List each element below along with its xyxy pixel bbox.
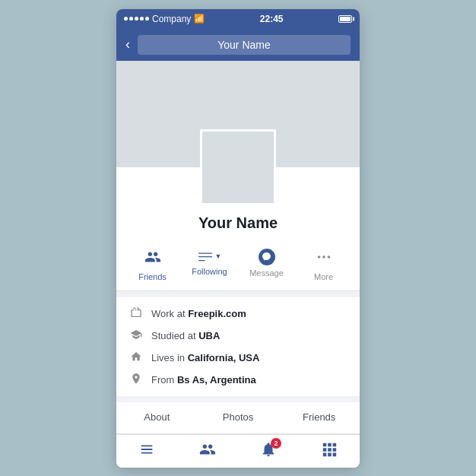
profile-picture [200, 129, 276, 205]
profile-name: Your Name [116, 214, 360, 232]
bottom-friends-button[interactable] [199, 441, 216, 462]
bottom-menu-icon [321, 441, 338, 462]
svg-point-0 [317, 255, 320, 259]
svg-point-1 [322, 255, 325, 259]
tab-bar: About Photos Friends [116, 402, 360, 434]
status-bar: Company 📶 22:45 [116, 9, 360, 29]
signal-dots [124, 17, 149, 21]
bottom-home-button[interactable] [138, 441, 155, 462]
location-icon [129, 373, 144, 387]
more-button[interactable]: More [301, 249, 347, 281]
lives-location: California, USA [188, 352, 260, 363]
study-icon [129, 328, 144, 343]
wifi-icon: 📶 [194, 14, 205, 24]
message-button[interactable]: Message [244, 249, 290, 281]
phone-container: Company 📶 22:45 ‹ Your Name Your Name [116, 9, 360, 468]
bottom-nav: 2 [116, 434, 360, 468]
bottom-friends-icon [199, 441, 216, 462]
carrier-name: Company [152, 14, 191, 24]
home-icon [129, 351, 144, 365]
message-label: Message [249, 268, 284, 278]
notification-badge: 2 [271, 438, 281, 449]
action-buttons: Friends ▼ Following [116, 243, 360, 291]
message-icon [259, 249, 275, 265]
tab-photos[interactable]: Photos [198, 402, 279, 433]
work-row: Work at Freepik.com [129, 306, 347, 321]
following-icon: ▼ [198, 249, 222, 264]
study-row: Studied at UBA [129, 328, 347, 343]
messenger-circle [259, 249, 275, 265]
dot2 [129, 17, 133, 21]
from-location: Bs As, Argentina [177, 374, 256, 386]
lives-row: Lives in California, USA [129, 351, 347, 365]
dot5 [145, 17, 149, 21]
profile-area: Your Name Friends ▼ F [116, 129, 360, 291]
tab-about[interactable]: About [116, 402, 198, 433]
status-right [338, 15, 352, 23]
nav-title: Your Name [138, 35, 351, 55]
bottom-home-icon [138, 441, 155, 462]
work-icon [129, 306, 144, 321]
more-icon [316, 249, 332, 269]
dot1 [124, 17, 128, 21]
svg-point-2 [327, 255, 330, 259]
study-text: Studied at UBA [151, 330, 220, 341]
back-button[interactable]: ‹ [125, 36, 130, 52]
dot3 [135, 17, 138, 21]
tab-friends[interactable]: Friends [278, 402, 360, 433]
friends-label: Friends [138, 272, 167, 281]
following-label: Following [192, 267, 227, 276]
bottom-menu-button[interactable] [321, 441, 338, 462]
bottom-notifications-button[interactable]: 2 [260, 441, 277, 462]
following-button[interactable]: ▼ Following [187, 249, 233, 281]
dot4 [140, 17, 144, 21]
work-company: Freepik.com [188, 308, 246, 319]
status-time: 22:45 [260, 14, 284, 24]
status-left: Company 📶 [124, 14, 205, 24]
info-section: Work at Freepik.com Studied at UBA Lives… [116, 297, 360, 396]
more-label: More [314, 272, 333, 281]
battery-fill [340, 17, 351, 21]
profile-pic-container [116, 129, 360, 205]
dropdown-arrow-icon: ▼ [215, 252, 222, 260]
study-place: UBA [198, 330, 220, 341]
friends-icon [144, 249, 161, 269]
nav-bar: ‹ Your Name [116, 29, 360, 61]
lives-text: Lives in California, USA [151, 352, 259, 363]
friends-button[interactable]: Friends [130, 249, 176, 281]
battery-icon [338, 15, 352, 23]
from-text: From Bs As, Argentina [151, 374, 256, 386]
work-text: Work at Freepik.com [151, 308, 246, 319]
from-row: From Bs As, Argentina [129, 373, 347, 387]
